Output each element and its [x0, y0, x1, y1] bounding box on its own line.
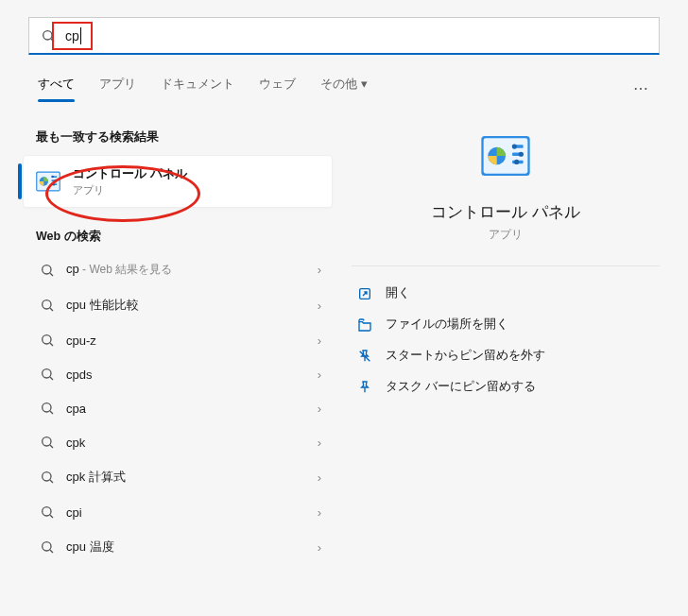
action-unpin-start-label: スタートからピン留めを外す [386, 348, 545, 364]
suggestion-text: cpk [66, 436, 306, 450]
svg-line-26 [50, 515, 53, 518]
chevron-right-icon: › [318, 299, 321, 313]
folder-icon [357, 317, 372, 333]
search-icon [40, 298, 55, 313]
web-search-header: Web の検索 [28, 215, 333, 252]
search-input[interactable]: cp [28, 17, 660, 55]
svg-point-10 [53, 183, 56, 186]
action-pin-to-taskbar[interactable]: タスク バーにピン留めする [352, 371, 660, 402]
action-open-location-label: ファイルの場所を開く [386, 317, 508, 333]
open-icon [357, 286, 372, 301]
tab-web[interactable]: ウェブ [257, 72, 298, 104]
results-body: 最も一致する検索結果 コントロール パネル [0, 105, 688, 565]
control-panel-icon [479, 129, 532, 182]
web-suggestion-3[interactable]: cpds › [28, 357, 333, 391]
chevron-right-icon: › [318, 402, 321, 416]
svg-line-24 [50, 480, 53, 483]
svg-point-9 [55, 180, 58, 182]
selection-accent [18, 163, 22, 199]
svg-point-36 [519, 152, 524, 157]
suggestion-text: cpu-z [66, 334, 306, 348]
annotation-red-box [52, 22, 93, 50]
divider [352, 265, 660, 266]
chevron-right-icon: › [318, 471, 321, 485]
svg-point-35 [512, 145, 517, 149]
svg-point-21 [43, 437, 51, 446]
svg-line-14 [50, 308, 53, 311]
chevron-right-icon: › [318, 334, 321, 348]
web-suggestion-1[interactable]: cpu 性能比較 › [28, 287, 333, 323]
svg-point-19 [43, 403, 51, 412]
suggestion-text: cpu 性能比較 [66, 297, 306, 314]
web-suggestion-6[interactable]: cpk 計算式 › [28, 459, 333, 495]
search-icon [40, 367, 55, 382]
svg-point-8 [51, 176, 54, 179]
chevron-right-icon: › [318, 540, 321, 555]
best-match-item[interactable]: コントロール パネル アプリ [23, 155, 333, 208]
search-icon [40, 505, 55, 520]
action-pin-taskbar-label: タスク バーにピン留めする [386, 379, 536, 395]
search-icon [40, 539, 55, 555]
svg-point-0 [43, 30, 52, 39]
suggestion-text: cpu 温度 [66, 539, 306, 556]
chevron-right-icon: › [318, 368, 321, 382]
svg-line-18 [50, 377, 53, 380]
svg-point-15 [43, 335, 51, 344]
action-open-file-location[interactable]: ファイルの場所を開く [352, 309, 660, 340]
web-suggestion-2[interactable]: cpu-z › [28, 323, 333, 357]
suggestion-text: cp - Web 結果を見る [66, 262, 306, 278]
svg-line-28 [50, 550, 53, 553]
preview-subtitle: アプリ [352, 227, 660, 243]
web-suggestion-7[interactable]: cpi › [28, 495, 333, 529]
preview-icon [473, 124, 538, 188]
best-match-header: 最も一致する検索結果 [28, 122, 333, 155]
chevron-down-icon: ▾ [361, 77, 368, 91]
results-left-column: 最も一致する検索結果 コントロール パネル [0, 122, 333, 565]
control-panel-icon [35, 168, 61, 195]
search-icon [40, 263, 55, 278]
web-suggestion-5[interactable]: cpk › [28, 425, 333, 459]
tab-apps[interactable]: アプリ [97, 72, 138, 104]
chevron-right-icon: › [318, 263, 321, 277]
svg-point-37 [514, 160, 519, 164]
search-icon [40, 333, 55, 348]
search-bar-container: cp [0, 0, 688, 64]
chevron-right-icon: › [318, 505, 321, 520]
suggestion-text: cpa [66, 402, 306, 416]
web-suggestion-4[interactable]: cpa › [28, 391, 333, 425]
svg-point-23 [43, 472, 51, 481]
best-match-title: コントロール パネル [73, 165, 187, 182]
suggestion-text: cpds [66, 368, 306, 382]
svg-line-12 [50, 273, 53, 276]
pin-icon [357, 380, 372, 395]
action-unpin-from-start[interactable]: スタートからピン留めを外す [352, 340, 660, 371]
tab-documents[interactable]: ドキュメント [159, 72, 236, 104]
more-options-button[interactable]: ⋯ [633, 79, 652, 97]
filter-tabs: すべて アプリ ドキュメント ウェブ その他▾ ⋯ [0, 64, 688, 105]
tab-all[interactable]: すべて [36, 72, 77, 104]
best-match-text: コントロール パネル アプリ [73, 165, 187, 197]
tab-other[interactable]: その他▾ [318, 72, 370, 104]
unpin-icon [357, 349, 372, 364]
action-open[interactable]: 開く [352, 278, 660, 309]
search-icon [40, 435, 55, 450]
web-suggestion-0[interactable]: cp - Web 結果を見る › [28, 252, 333, 287]
preview-content: コントロール パネル アプリ 開く ファイルの場所を開く スタートからピン留めを… [352, 122, 660, 402]
chevron-right-icon: › [318, 436, 321, 450]
web-suggestion-8[interactable]: cpu 温度 › [28, 529, 333, 565]
search-icon [40, 401, 55, 416]
web-suggestions-list: cp - Web 結果を見る › cpu 性能比較 › cpu-z › cpds… [28, 252, 333, 565]
suggestion-text: cpi [66, 505, 306, 520]
svg-point-11 [43, 265, 51, 273]
svg-point-13 [43, 300, 51, 309]
svg-line-20 [50, 411, 53, 414]
action-open-label: 開く [386, 285, 410, 301]
svg-line-22 [50, 445, 53, 448]
svg-point-25 [43, 507, 51, 516]
svg-line-16 [50, 343, 53, 346]
preview-pane: コントロール パネル アプリ 開く ファイルの場所を開く スタートからピン留めを… [333, 122, 688, 565]
search-window: cp すべて アプリ ドキュメント ウェブ その他▾ ⋯ 最も一致する検索結果 [0, 0, 688, 616]
preview-title: コントロール パネル [352, 201, 660, 223]
svg-point-17 [43, 369, 51, 378]
best-match-subtitle: アプリ [73, 183, 187, 197]
